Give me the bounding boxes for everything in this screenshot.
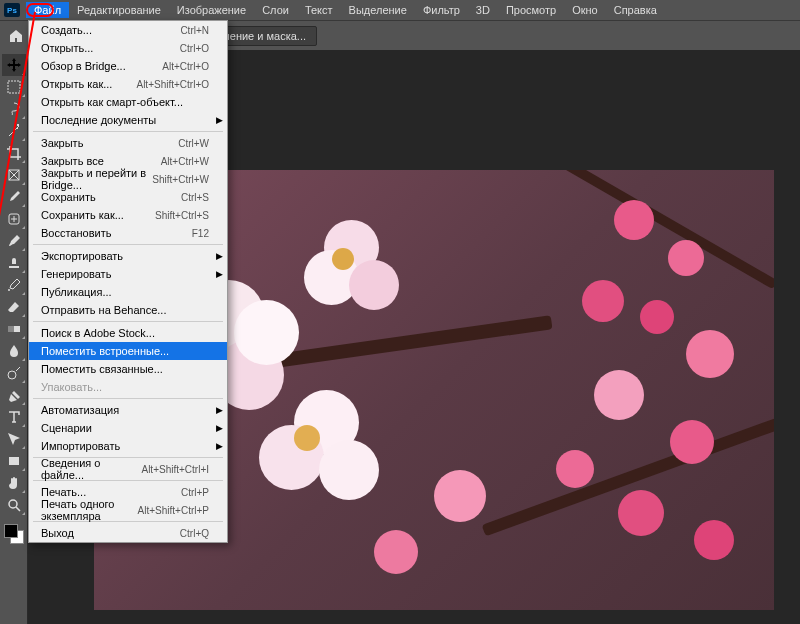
brush-tool-icon[interactable]	[2, 230, 26, 252]
menu-item-label: Поместить встроенные...	[41, 345, 169, 357]
menu-item-shortcut: Ctrl+N	[180, 25, 209, 36]
menu-item[interactable]: Импортировать▶	[29, 437, 227, 455]
menu-item: Упаковать...	[29, 378, 227, 396]
menu-item-label: Открыть...	[41, 42, 93, 54]
menu-item[interactable]: Поместить встроенные...	[29, 342, 227, 360]
menu-item[interactable]: Генерировать▶	[29, 265, 227, 283]
menu-item-shortcut: Alt+Ctrl+W	[161, 156, 209, 167]
menu-item[interactable]: Закрыть и перейти в Bridge...Shift+Ctrl+…	[29, 170, 227, 188]
eyedropper-tool-icon[interactable]	[2, 186, 26, 208]
lasso-tool-icon[interactable]	[2, 98, 26, 120]
svg-rect-0	[8, 81, 20, 93]
menu-item-label: Выход	[41, 527, 74, 539]
menu-item-shortcut: Alt+Shift+Ctrl+O	[136, 79, 209, 90]
file-menu-dropdown: Создать...Ctrl+NОткрыть...Ctrl+OОбзор в …	[28, 20, 228, 543]
menu-item-label: Закрыть	[41, 137, 83, 149]
crop-tool-icon[interactable]	[2, 142, 26, 164]
menu-item[interactable]: Создать...Ctrl+N	[29, 21, 227, 39]
menu-выделение[interactable]: Выделение	[341, 2, 415, 18]
menu-item-label: Восстановить	[41, 227, 111, 239]
tools-panel	[0, 50, 28, 624]
menu-item-shortcut: Ctrl+S	[181, 192, 209, 203]
menu-item-shortcut: Alt+Shift+Ctrl+P	[138, 505, 209, 516]
menu-item-shortcut: Ctrl+W	[178, 138, 209, 149]
menu-item[interactable]: Публикация...	[29, 283, 227, 301]
menu-item[interactable]: Печать одного экземпляраAlt+Shift+Ctrl+P	[29, 501, 227, 519]
heal-tool-icon[interactable]	[2, 208, 26, 230]
menu-item-label: Публикация...	[41, 286, 112, 298]
submenu-arrow-icon: ▶	[216, 441, 223, 451]
menu-item[interactable]: Обзор в Bridge...Alt+Ctrl+O	[29, 57, 227, 75]
wand-tool-icon[interactable]	[2, 120, 26, 142]
menu-item[interactable]: ВыходCtrl+Q	[29, 524, 227, 542]
menu-изображение[interactable]: Изображение	[169, 2, 254, 18]
foreground-color-swatch[interactable]	[4, 524, 18, 538]
menu-item[interactable]: Сведения о файле...Alt+Shift+Ctrl+I	[29, 460, 227, 478]
menu-item[interactable]: Отправить на Behance...	[29, 301, 227, 319]
svg-point-6	[8, 371, 16, 379]
menu-item-label: Открыть как смарт-объект...	[41, 96, 183, 108]
menu-item-label: Сведения о файле...	[41, 457, 141, 481]
menu-item[interactable]: Поместить связанные...	[29, 360, 227, 378]
menu-item[interactable]: Открыть как смарт-объект...	[29, 93, 227, 111]
menu-item-label: Автоматизация	[41, 404, 119, 416]
history-tool-icon[interactable]	[2, 274, 26, 296]
stamp-tool-icon[interactable]	[2, 252, 26, 274]
pen-tool-icon[interactable]	[2, 384, 26, 406]
menu-item-shortcut: Shift+Ctrl+W	[152, 174, 209, 185]
blur-tool-icon[interactable]	[2, 340, 26, 362]
menu-separator	[33, 398, 223, 399]
menu-item-shortcut: F12	[192, 228, 209, 239]
path-tool-icon[interactable]	[2, 428, 26, 450]
eraser-tool-icon[interactable]	[2, 296, 26, 318]
menu-item[interactable]: Сценарии▶	[29, 419, 227, 437]
menu-item[interactable]: СохранитьCtrl+S	[29, 188, 227, 206]
menu-item-label: Экспортировать	[41, 250, 123, 262]
menu-item[interactable]: Открыть как...Alt+Shift+Ctrl+O	[29, 75, 227, 93]
app-logo-icon: Ps	[4, 3, 20, 17]
svg-rect-7	[9, 457, 19, 465]
menu-item[interactable]: Поиск в Adobe Stock...	[29, 324, 227, 342]
gradient-tool-icon[interactable]	[2, 318, 26, 340]
move-tool-icon[interactable]	[2, 54, 26, 76]
dodge-tool-icon[interactable]	[2, 362, 26, 384]
menu-item-label: Сохранить	[41, 191, 96, 203]
menu-item[interactable]: Сохранить как...Shift+Ctrl+S	[29, 206, 227, 224]
menu-item[interactable]: Открыть...Ctrl+O	[29, 39, 227, 57]
menu-item[interactable]: Экспортировать▶	[29, 247, 227, 265]
color-swatches[interactable]	[2, 522, 26, 546]
menu-фильтр[interactable]: Фильтр	[415, 2, 468, 18]
submenu-arrow-icon: ▶	[216, 423, 223, 433]
menu-окно[interactable]: Окно	[564, 2, 606, 18]
menu-item-label: Упаковать...	[41, 381, 102, 393]
marquee-tool-icon[interactable]	[2, 76, 26, 98]
menu-item[interactable]: ЗакрытьCtrl+W	[29, 134, 227, 152]
menu-item[interactable]: Автоматизация▶	[29, 401, 227, 419]
hand-tool-icon[interactable]	[2, 472, 26, 494]
submenu-arrow-icon: ▶	[216, 251, 223, 261]
menu-item-label: Сценарии	[41, 422, 92, 434]
menu-item-shortcut: Alt+Ctrl+O	[162, 61, 209, 72]
home-icon[interactable]	[8, 28, 24, 44]
frame-tool-icon[interactable]	[2, 164, 26, 186]
zoom-tool-icon[interactable]	[2, 494, 26, 516]
menu-файл[interactable]: Файл	[26, 2, 69, 18]
submenu-arrow-icon: ▶	[216, 115, 223, 125]
menu-item-label: Печать одного экземпляра	[41, 498, 138, 522]
menu-separator	[33, 321, 223, 322]
menu-item-label: Печать...	[41, 486, 86, 498]
menu-item-shortcut: Ctrl+P	[181, 487, 209, 498]
menu-item[interactable]: Последние документы▶	[29, 111, 227, 129]
menu-просмотр[interactable]: Просмотр	[498, 2, 564, 18]
rect-tool-icon[interactable]	[2, 450, 26, 472]
type-tool-icon[interactable]	[2, 406, 26, 428]
menu-текст[interactable]: Текст	[297, 2, 341, 18]
menu-item-label: Открыть как...	[41, 78, 112, 90]
menu-слои[interactable]: Слои	[254, 2, 297, 18]
menu-3d[interactable]: 3D	[468, 2, 498, 18]
menu-separator	[33, 244, 223, 245]
menubar: Ps ФайлРедактированиеИзображениеСлоиТекс…	[0, 0, 800, 20]
menu-item[interactable]: ВосстановитьF12	[29, 224, 227, 242]
menu-редактирование[interactable]: Редактирование	[69, 2, 169, 18]
menu-справка[interactable]: Справка	[606, 2, 665, 18]
